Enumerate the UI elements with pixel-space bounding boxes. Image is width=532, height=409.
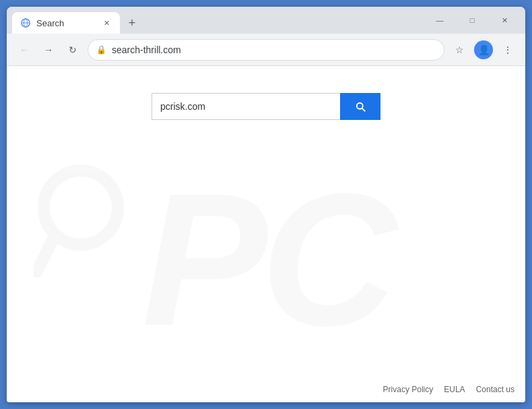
back-icon: ← xyxy=(20,44,29,55)
new-tab-button[interactable]: + xyxy=(123,13,141,32)
page-footer: Privacy Policy EULA Contact us xyxy=(383,385,514,394)
bookmark-button[interactable]: ☆ xyxy=(450,40,469,59)
back-button[interactable]: ← xyxy=(15,40,34,59)
profile-icon: 👤 xyxy=(478,44,490,55)
watermark-logo xyxy=(34,154,141,288)
svg-line-4 xyxy=(37,240,53,272)
maximize-button[interactable]: □ xyxy=(457,12,488,28)
reload-button[interactable]: ↻ xyxy=(63,40,82,59)
tab-favicon xyxy=(20,18,31,28)
eula-link[interactable]: EULA xyxy=(444,385,465,394)
address-bar[interactable]: 🔒 search-thrill.com xyxy=(88,39,444,61)
more-icon: ⋮ xyxy=(503,44,512,55)
search-button[interactable] xyxy=(340,93,380,120)
svg-point-3 xyxy=(44,170,118,245)
reload-icon: ↻ xyxy=(69,44,77,55)
browser-window: Search ✕ + — □ ✕ ← → ↻ 🔒 search-thrill.c… xyxy=(7,7,525,402)
search-area xyxy=(152,93,380,120)
page-content: PC Privacy Policy EULA Contact us xyxy=(7,66,525,402)
forward-button[interactable]: → xyxy=(39,40,58,59)
forward-icon: → xyxy=(44,44,53,55)
search-icon xyxy=(354,100,366,113)
star-icon: ☆ xyxy=(455,44,464,55)
lock-icon: 🔒 xyxy=(96,45,106,55)
menu-button[interactable]: ⋮ xyxy=(498,40,517,59)
title-bar: Search ✕ + — □ ✕ xyxy=(7,7,525,34)
contact-us-link[interactable]: Contact us xyxy=(476,385,514,394)
toolbar: ← → ↻ 🔒 search-thrill.com ☆ 👤 ⋮ xyxy=(7,34,525,66)
profile-button[interactable]: 👤 xyxy=(474,40,493,59)
search-input[interactable] xyxy=(152,93,340,120)
minimize-button[interactable]: — xyxy=(424,12,455,28)
tab-title: Search xyxy=(36,18,96,28)
window-controls: — □ ✕ xyxy=(424,12,520,28)
browser-tab[interactable]: Search ✕ xyxy=(12,12,120,34)
close-button[interactable]: ✕ xyxy=(489,12,520,28)
privacy-policy-link[interactable]: Privacy Policy xyxy=(383,385,434,394)
tab-close-button[interactable]: ✕ xyxy=(101,18,112,28)
address-text: search-thrill.com xyxy=(112,44,436,55)
